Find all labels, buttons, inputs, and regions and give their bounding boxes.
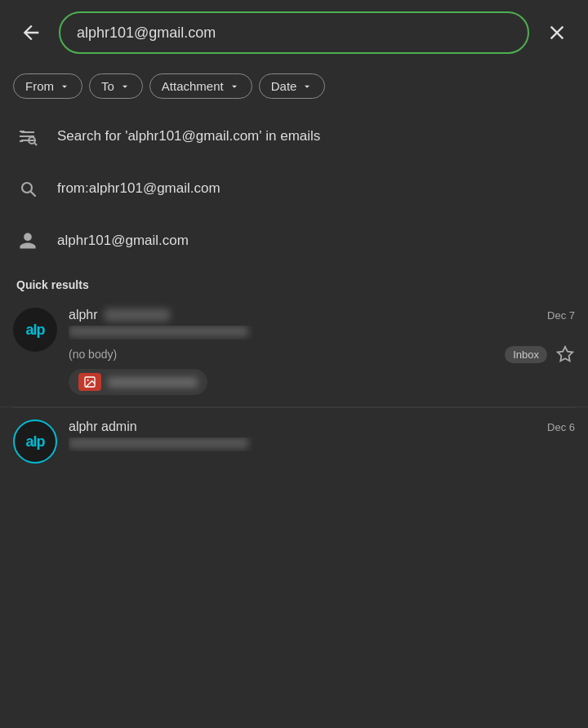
date-filter-label: Date (271, 79, 297, 93)
suggestion-contact[interactable]: alphr101@gmail.com (0, 215, 588, 267)
result-preview-alphr-admin (69, 437, 575, 451)
to-dropdown-icon (119, 81, 131, 92)
suggestion-contact-text: alphr101@gmail.com (57, 231, 189, 251)
attachment-filter-label: Attachment (162, 79, 224, 93)
from-filter[interactable]: From (13, 73, 82, 99)
attachment-name-blurred (108, 377, 198, 388)
star-icon (556, 345, 574, 363)
inbox-badge: Inbox (505, 346, 547, 363)
avatar-alphr: alp (13, 308, 57, 352)
result-item-alphr[interactable]: alp alphr Dec 7 (no body) Inbox (0, 296, 588, 407)
search-list-icon (18, 127, 38, 146)
quick-results-label: Quick results (0, 270, 588, 296)
result-top-alphr-admin: alphr admin Dec 6 (69, 419, 575, 434)
to-filter[interactable]: To (89, 73, 143, 99)
svg-point-3 (22, 183, 32, 193)
magnifier-icon (18, 179, 38, 198)
close-button[interactable] (539, 15, 575, 51)
search-input[interactable] (59, 11, 529, 54)
person-icon-svg (18, 231, 38, 251)
result-item-alphr-admin[interactable]: alp alphr admin Dec 6 (0, 408, 588, 475)
star-button[interactable] (555, 344, 575, 364)
svg-point-7 (87, 380, 89, 381)
attachment-file-icon (78, 373, 101, 391)
suggestions-list: Search for 'alphr101@gmail.com' in email… (0, 107, 588, 270)
avatar-letters-admin: alp (25, 433, 44, 451)
result-date-alphr-admin: Dec 6 (547, 421, 575, 433)
attachment-thumb (69, 369, 207, 395)
svg-marker-5 (558, 347, 572, 361)
result-top-alphr: alphr Dec 7 (69, 308, 575, 322)
person-icon (16, 229, 39, 252)
result-name-blurred (105, 309, 170, 322)
svg-line-4 (31, 192, 35, 196)
result-content-alphr: alphr Dec 7 (no body) Inbox (69, 308, 575, 395)
to-filter-label: To (101, 79, 114, 93)
back-button[interactable] (13, 15, 49, 51)
date-filter[interactable]: Date (259, 73, 326, 99)
attachment-dropdown-icon (229, 81, 240, 92)
date-dropdown-icon (301, 81, 313, 92)
back-arrow-icon (20, 21, 42, 44)
result-preview-alphr (69, 326, 575, 340)
close-icon (546, 21, 568, 44)
header (0, 0, 588, 65)
from-dropdown-icon (59, 81, 70, 92)
result-content-alphr-admin: alphr admin Dec 6 (69, 419, 575, 456)
from-filter-label: From (25, 79, 54, 93)
result-date-alphr: Dec 7 (547, 309, 575, 322)
search-emails-icon (16, 125, 39, 148)
suggestion-from-search[interactable]: from:alphr101@gmail.com (0, 162, 588, 215)
search-bar-wrapper (59, 11, 529, 54)
attachment-filter[interactable]: Attachment (149, 73, 252, 99)
avatar-letters: alp (25, 322, 44, 339)
image-icon (83, 375, 96, 388)
suggestion-search-emails-text: Search for 'alphr101@gmail.com' in email… (57, 127, 320, 146)
svg-line-2 (34, 143, 37, 145)
result-name-alphr: alphr (69, 308, 170, 322)
result-body-alphr: (no body) (69, 348, 117, 361)
search-icon (16, 177, 39, 200)
suggestion-search-emails[interactable]: Search for 'alphr101@gmail.com' in email… (0, 110, 588, 162)
result-bottom-alphr: (no body) Inbox (69, 344, 575, 364)
filter-chips-row: From To Attachment Date (0, 65, 588, 107)
result-right-alphr: Inbox (505, 344, 575, 364)
result-name-alphr-admin: alphr admin (69, 419, 137, 434)
suggestion-from-text: from:alphr101@gmail.com (57, 179, 220, 198)
avatar-alphr-admin: alp (13, 419, 57, 464)
